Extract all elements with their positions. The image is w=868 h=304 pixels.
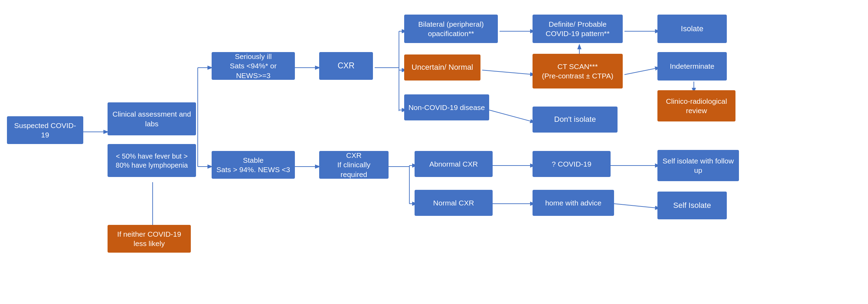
node-uncertain: Uncertain/ Normal	[404, 54, 480, 81]
node-normal-cxr: Normal CXR	[415, 190, 493, 216]
flowchart: Suspected COVID-19 Clinical assessment a…	[0, 0, 868, 304]
node-self-isolate: Self Isolate	[657, 192, 727, 219]
node-cxr-top: CXR	[319, 52, 373, 80]
node-bilateral: Bilateral (peripheral) opacification**	[404, 15, 498, 43]
node-covid-19-q: ? COVID-19	[533, 151, 611, 177]
node-clinical-assessment: Clinical assessment and labs	[108, 102, 196, 135]
node-home-advice: home with advice	[533, 190, 614, 216]
node-seriously-ill: Seriously illSats <94%* or NEWS>=3	[212, 52, 295, 80]
node-self-isolate-followup: Self isolate with follow up	[657, 150, 739, 181]
node-non-covid: Non-COVID-19 disease	[404, 94, 489, 120]
node-isolate: Isolate	[657, 15, 727, 43]
node-dont-isolate: Don't isolate	[533, 107, 618, 133]
node-clinico-radio: Clinico-radiological review	[657, 90, 735, 121]
node-abnormal-cxr: Abnormal CXR	[415, 151, 493, 177]
node-ct-scan: CT SCAN***(Pre-contrast ± CTPA)	[533, 54, 623, 88]
svg-line-19	[482, 70, 534, 75]
node-indeterminate: Indeterminate	[657, 52, 727, 81]
svg-line-22	[624, 68, 659, 75]
node-definite-probable: Definite/ Probable COVID-19 pattern**	[533, 15, 623, 43]
svg-line-20	[489, 110, 534, 122]
node-cxr-bottom: CXRIf clinically required	[319, 151, 389, 179]
node-stable: StableSats > 94%. NEWS <3	[212, 151, 295, 179]
node-if-neither: If neither COVID-19 less likely	[108, 225, 191, 253]
svg-line-26	[614, 204, 659, 208]
node-lt50-fever: < 50% have fever but > 80% have lymphope…	[108, 144, 196, 177]
node-suspected-covid: Suspected COVID-19	[7, 116, 83, 144]
